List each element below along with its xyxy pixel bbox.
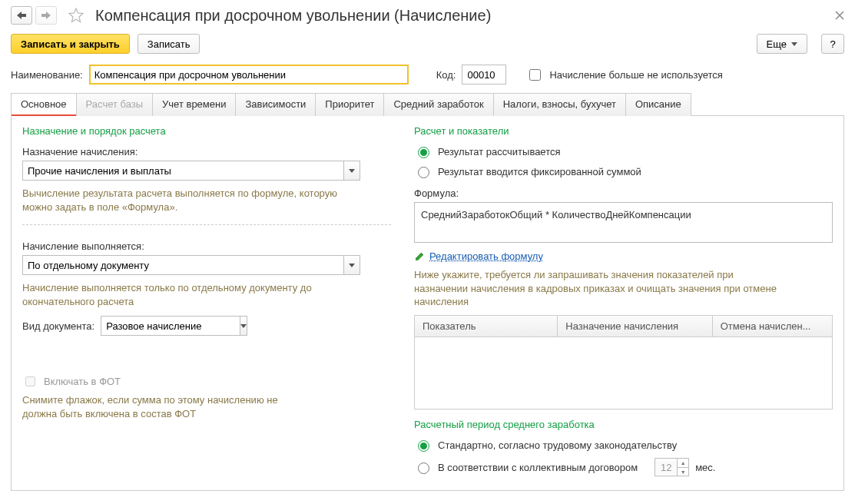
code-input[interactable]	[462, 65, 506, 85]
help-button[interactable]: ?	[821, 34, 844, 54]
pencil-icon	[414, 251, 425, 262]
edit-formula-link[interactable]: Редактировать формулу	[429, 250, 543, 262]
close-icon	[835, 11, 844, 20]
purpose-hint: Вычисление результата расчета выполняетс…	[22, 187, 360, 214]
th-indicator[interactable]: Показатель	[415, 316, 558, 337]
months-spinner[interactable]: ▲ ▼	[655, 458, 689, 476]
tab-desc[interactable]: Описание	[625, 93, 691, 116]
tab-time[interactable]: Учет времени	[152, 93, 236, 116]
tab-main[interactable]: Основное	[11, 93, 77, 116]
name-input[interactable]	[89, 65, 409, 85]
purpose-label: Назначение начисления:	[22, 146, 391, 158]
table-hint: Ниже укажите, требуется ли запрашивать з…	[414, 268, 783, 309]
tab-tax[interactable]: Налоги, взносы, бухучет	[493, 93, 626, 116]
more-button[interactable]: Еще	[757, 34, 807, 54]
fot-label: Включать в ФОТ	[44, 376, 121, 387]
section-calc-title: Расчет и показатели	[414, 125, 833, 137]
tab-deps[interactable]: Зависимости	[235, 93, 316, 116]
tab-priority[interactable]: Приоритет	[315, 93, 384, 116]
tab-base[interactable]: Расчет базы	[76, 93, 154, 116]
radio-period-coll-label: В соответствии с коллективным договором	[438, 462, 638, 473]
th-cancel[interactable]: Отмена начислен...	[713, 316, 832, 337]
doc-type-combo[interactable]	[101, 316, 240, 336]
exec-hint: Начисление выполняется только по отдельн…	[22, 281, 360, 308]
doc-type-combo-dropdown[interactable]	[240, 316, 247, 336]
favorite-star-icon[interactable]	[68, 7, 85, 24]
fot-checkbox	[25, 376, 35, 386]
radio-fixed-label: Результат вводится фиксированной суммой	[438, 166, 641, 177]
not-used-checkbox[interactable]	[529, 69, 541, 81]
table-body[interactable]	[415, 337, 832, 409]
tab-avg[interactable]: Средний заработок	[383, 93, 493, 116]
save-close-button[interactable]: Записать и закрыть	[11, 34, 130, 54]
radio-period-std-label: Стандартно, согласно трудовому законодат…	[438, 439, 677, 451]
back-button[interactable]	[11, 6, 32, 25]
close-button[interactable]	[835, 8, 844, 24]
arrow-right-icon	[41, 12, 51, 19]
save-button[interactable]: Записать	[138, 34, 200, 54]
exec-label: Начисление выполняется:	[22, 240, 391, 252]
th-assign[interactable]: Назначение начисления	[558, 316, 712, 337]
radio-period-std[interactable]	[418, 440, 429, 452]
forward-button[interactable]	[35, 6, 57, 25]
months-input	[655, 461, 677, 474]
radio-calculated-label: Результат рассчитывается	[438, 146, 561, 158]
radio-period-coll[interactable]	[418, 463, 429, 474]
formula-box: СреднийЗаработокОбщий * КоличествоДнейКо…	[414, 202, 833, 243]
purpose-combo[interactable]	[22, 161, 343, 181]
indicators-table: Показатель Назначение начисления Отмена …	[414, 315, 833, 410]
section-period-title: Расчетный период среднего заработка	[414, 419, 833, 430]
formula-label: Формула:	[414, 187, 833, 199]
window-title: Компенсация при досрочном увольнении (На…	[95, 7, 491, 25]
purpose-combo-dropdown[interactable]	[343, 161, 360, 181]
doc-type-label: Вид документа:	[22, 320, 94, 332]
name-label: Наименование:	[11, 69, 83, 81]
tabs: Основное Расчет базы Учет времени Зависи…	[11, 92, 844, 116]
not-used-label: Начисление больше не используется	[549, 69, 722, 81]
exec-combo-dropdown[interactable]	[343, 255, 360, 275]
spin-up[interactable]: ▲	[678, 459, 688, 467]
months-suffix: мес.	[695, 462, 715, 473]
radio-fixed[interactable]	[418, 167, 429, 178]
radio-calculated[interactable]	[418, 147, 429, 158]
fot-hint: Снимите флажок, если сумма по этому начи…	[22, 393, 314, 420]
section-purpose-title: Назначение и порядок расчета	[22, 125, 391, 137]
spin-down[interactable]: ▼	[678, 467, 688, 476]
code-label: Код:	[436, 69, 456, 81]
arrow-left-icon	[17, 12, 26, 19]
exec-combo[interactable]	[22, 255, 343, 275]
